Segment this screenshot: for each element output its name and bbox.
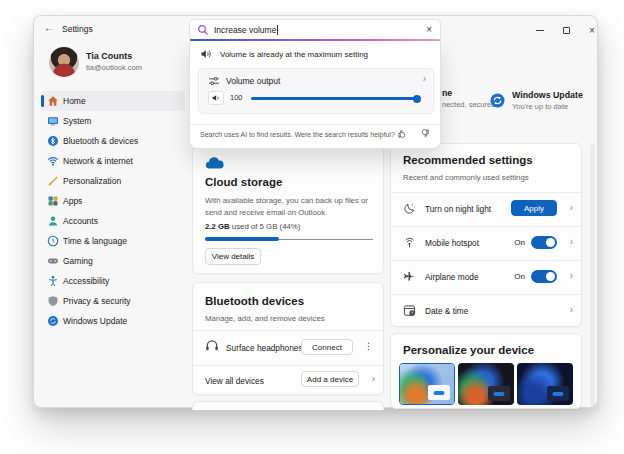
toggle-knob [546,238,555,247]
speaker-icon [211,93,221,103]
close-button[interactable]: × [584,22,600,38]
sidebar-item-label: Time & language [63,231,127,251]
clear-search-icon[interactable]: × [426,24,432,35]
view-details-button[interactable]: View details [205,248,261,265]
windows-update-status: You're up to date [512,102,568,111]
network-name-fragment: ne [442,88,452,98]
search-icon [197,24,209,36]
mobile-hotspot-icon [403,236,416,249]
divider [193,365,383,366]
sidebar-item-home[interactable]: Home [41,91,185,111]
user-email: tia@outlook.com [86,63,142,72]
volume-output-label: Volume output [226,76,280,86]
usage-amount: 2.2 GB [205,222,230,231]
personalize-title: Personalize your device [403,344,534,356]
sidebar-item-label: Bluetooth & devices [63,131,138,151]
speaker-button[interactable] [208,91,224,105]
chevron-right-icon[interactable]: › [423,74,426,84]
desktop: ← Settings × ne nected, secured Windows … [0,0,624,454]
search-feedback-text: Search uses AI to find results. Were the… [200,131,395,138]
sidebar-item-label: Windows Update [63,311,127,331]
device-name: Surface headphones [226,343,303,353]
bluetooth-icon [47,135,59,147]
airplane-mode-label: Airplane mode [425,272,479,282]
mini-accent [494,392,505,396]
sidebar-item-time-language[interactable]: Time & language [41,231,185,251]
search-box[interactable]: Increase volume × [189,19,441,39]
toggle-knob [546,272,555,281]
add-device-button[interactable]: Add a device [301,371,359,387]
sidebar-item-privacy[interactable]: Privacy & security [41,291,185,311]
airplane-mode-toggle[interactable] [531,270,557,283]
maximize-button[interactable] [558,22,574,38]
thumbs-up-icon[interactable] [397,128,408,139]
chevron-right-icon[interactable]: › [570,305,573,315]
storage-progress-bar [205,237,373,241]
bluetooth-card-subtitle: Manage, add, and remove devices [205,314,325,323]
close-icon: × [589,25,595,36]
sidebar-item-network[interactable]: Network & internet [41,151,185,171]
volume-output-card[interactable]: Volume output › 100 [198,68,434,114]
chevron-right-icon[interactable]: › [372,374,375,384]
cloud-storage-usage: 2.2 GB used of 5 GB (44%) [205,222,300,231]
mini-window [428,385,450,400]
usage-rest: used of 5 GB (44%) [230,222,301,231]
connect-button[interactable]: Connect [301,339,353,355]
thumbs-down-icon[interactable] [419,128,430,139]
sidebar-item-apps[interactable]: Apps [41,191,185,211]
text-caret [277,25,278,35]
selected-indicator [41,95,44,107]
windows-update-title[interactable]: Windows Update [512,90,583,100]
sidebar-item-label: Personalization [63,171,121,191]
mini-accent [434,391,445,395]
cloud-storage-card: Cloud storage With available storage, yo… [192,147,384,274]
view-all-devices-link[interactable]: View all devices [205,376,264,386]
headphones-icon [205,338,219,352]
search-result-text[interactable]: Volume is already at the maximum setting [220,50,368,59]
divider [193,330,383,331]
chevron-right-icon[interactable]: › [570,237,573,247]
partial-card [192,401,384,410]
gamepad-icon [47,255,59,267]
divider [190,124,440,125]
avatar[interactable] [49,47,79,77]
sidebar-item-system[interactable]: System [41,111,185,131]
personalize-card: Personalize your device [390,333,582,409]
apply-button[interactable]: Apply [511,200,557,216]
windows-update-icon [490,93,505,108]
chevron-right-icon[interactable]: › [570,271,573,281]
mobile-hotspot-toggle[interactable] [531,236,557,249]
night-light-label: Turn on night light [425,204,491,214]
volume-slider[interactable] [251,97,419,100]
search-input[interactable]: Increase volume [214,25,278,35]
shield-icon [47,295,59,307]
theme-thumbnail-blue[interactable] [517,363,573,405]
night-light-icon [403,202,416,215]
sidebar-item-accessibility[interactable]: Accessibility [41,271,185,291]
divider [391,294,581,295]
theme-thumbnail-light[interactable] [399,363,455,405]
search-results-dropdown: Volume is already at the maximum setting… [189,39,441,149]
recommended-subtitle: Recent and commonly used settings [403,173,529,182]
window-title: Settings [62,24,93,34]
sidebar-item-bluetooth[interactable]: Bluetooth & devices [41,131,185,151]
sidebar-item-gaming[interactable]: Gaming [41,251,185,271]
sidebar-item-accounts[interactable]: Accounts [41,211,185,231]
back-icon[interactable]: ← [44,22,54,33]
cloud-icon [205,156,225,170]
minimize-button[interactable] [532,22,548,38]
airplane-mode-icon [403,270,416,283]
sidebar-item-windows-update[interactable]: Windows Update [41,311,185,331]
home-icon [47,95,59,107]
theme-thumbnail-dark[interactable] [458,363,514,405]
scrollbar[interactable] [590,144,595,406]
slider-thumb[interactable] [413,95,421,103]
more-options-icon[interactable]: ⋮ [364,341,373,351]
apps-icon [47,195,59,207]
recommended-settings-card: Recommended settings Recent and commonly… [390,143,582,327]
date-time-icon [403,304,416,317]
chevron-right-icon[interactable]: › [570,203,573,213]
person-icon [47,215,59,227]
sidebar-item-personalization[interactable]: Personalization [41,171,185,191]
minimize-icon [536,30,544,31]
